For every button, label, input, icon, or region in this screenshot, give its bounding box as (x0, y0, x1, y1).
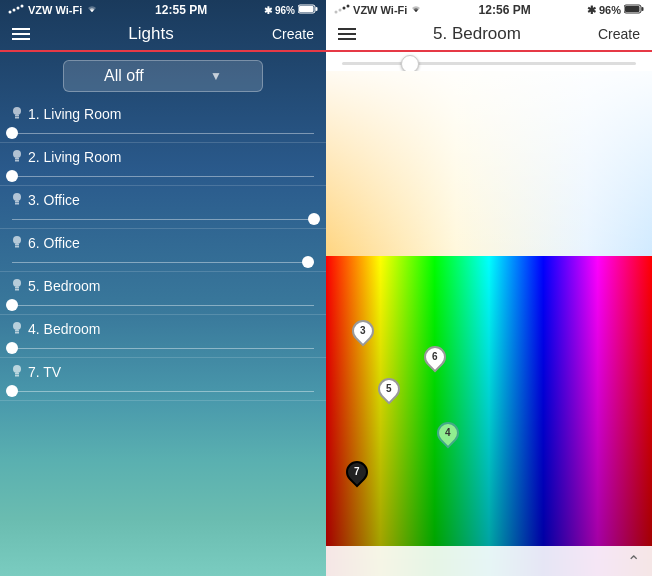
light-name-5: 5. Bedroom (28, 278, 100, 294)
color-pin-7[interactable]: 7 (346, 461, 368, 489)
svg-rect-26 (15, 373, 19, 375)
slider-2[interactable] (12, 169, 314, 183)
svg-rect-12 (15, 160, 19, 162)
left-create-button[interactable]: Create (272, 26, 314, 42)
all-off-button[interactable]: All off ▼ (63, 60, 263, 92)
svg-rect-20 (15, 287, 19, 289)
svg-point-1 (13, 9, 16, 12)
light-name-3: 3. Office (28, 192, 80, 208)
left-carrier-text: VZW Wi-Fi (28, 4, 82, 16)
bulb-icon-2 (12, 149, 22, 165)
svg-rect-33 (642, 7, 644, 11)
bottom-bar: ⌃ (326, 546, 652, 576)
svg-rect-17 (15, 244, 19, 246)
bulb-icon-7 (12, 364, 22, 380)
battery-icon (298, 4, 318, 16)
bottom-chevron-icon[interactable]: ⌃ (627, 552, 640, 571)
left-carrier: VZW Wi-Fi (8, 4, 98, 16)
right-wifi-icon (410, 4, 422, 16)
svg-point-31 (347, 5, 350, 8)
svg-point-3 (21, 5, 24, 8)
bluetooth-icon: ✱ (264, 5, 272, 16)
svg-point-29 (339, 9, 342, 12)
slider-thumb-6[interactable] (302, 256, 314, 268)
light-label-6: 6. Office (12, 235, 314, 251)
slider-5[interactable] (12, 298, 314, 312)
right-bluetooth-icon: ✱ (587, 4, 596, 16)
color-pin-6[interactable]: 6 (424, 346, 446, 374)
color-spectrum-wrapper: 36547 (326, 256, 652, 576)
svg-point-22 (13, 322, 21, 330)
svg-point-13 (13, 193, 21, 201)
brightness-track[interactable] (342, 62, 636, 65)
bulb-icon-1 (12, 106, 22, 122)
light-list: 1. Living Room2. Living Room3. Office6. … (0, 100, 326, 401)
color-spectrum[interactable]: 36547 (326, 256, 652, 576)
svg-rect-27 (15, 375, 19, 377)
light-label-4: 4. Bedroom (12, 321, 314, 337)
svg-rect-24 (15, 332, 19, 334)
color-pin-4[interactable]: 4 (437, 422, 459, 450)
right-carrier-text: VZW Wi-Fi (353, 4, 407, 16)
left-time: 12:55 PM (155, 3, 207, 17)
slider-thumb-5[interactable] (6, 299, 18, 311)
svg-point-7 (13, 107, 21, 115)
light-name-7: 7. TV (28, 364, 61, 380)
right-nav-title: 5. Bedroom (433, 24, 521, 44)
all-off-container: All off ▼ (0, 52, 326, 100)
left-battery-area: ✱ 96% (264, 4, 318, 16)
slider-3[interactable] (12, 212, 314, 226)
color-pin-3[interactable]: 3 (352, 320, 374, 348)
light-label-1: 1. Living Room (12, 106, 314, 122)
svg-rect-11 (15, 158, 19, 160)
hamburger-menu[interactable] (12, 28, 30, 40)
left-status-bar: VZW Wi-Fi 12:55 PM ✱ 96% (0, 0, 326, 20)
right-status-bar: VZW Wi-Fi 12:56 PM ✱ 96% (326, 0, 652, 20)
right-battery-pct: 96% (599, 4, 621, 16)
svg-point-0 (9, 11, 12, 14)
light-item-6: 6. Office (0, 229, 326, 272)
right-battery-icon (624, 4, 644, 16)
light-label-3: 3. Office (12, 192, 314, 208)
slider-thumb-7[interactable] (6, 385, 18, 397)
color-picker-top[interactable] (326, 71, 652, 256)
svg-point-19 (13, 279, 21, 287)
color-pin-5[interactable]: 5 (378, 378, 400, 406)
right-hamburger[interactable] (338, 28, 356, 40)
left-nav-bar: Lights Create (0, 20, 326, 50)
brightness-thumb[interactable] (401, 55, 419, 73)
light-name-6: 6. Office (28, 235, 80, 251)
all-off-chevron-icon: ▼ (210, 69, 222, 83)
slider-thumb-3[interactable] (308, 213, 320, 225)
light-name-2: 2. Living Room (28, 149, 121, 165)
right-nav-bar: 5. Bedroom Create (326, 20, 652, 50)
light-label-7: 7. TV (12, 364, 314, 380)
light-item-7: 7. TV (0, 358, 326, 401)
right-signal (334, 4, 353, 16)
svg-rect-21 (15, 289, 19, 291)
svg-rect-34 (625, 6, 640, 12)
right-battery-area: ✱ 96% (587, 4, 644, 17)
slider-4[interactable] (12, 341, 314, 355)
light-item-4: 4. Bedroom (0, 315, 326, 358)
slider-thumb-4[interactable] (6, 342, 18, 354)
slider-thumb-2[interactable] (6, 170, 18, 182)
svg-point-28 (335, 11, 338, 14)
slider-6[interactable] (12, 255, 314, 269)
light-item-3: 3. Office (0, 186, 326, 229)
slider-1[interactable] (12, 126, 314, 140)
bulb-icon-5 (12, 278, 22, 294)
light-name-4: 4. Bedroom (28, 321, 100, 337)
light-label-5: 5. Bedroom (12, 278, 314, 294)
slider-thumb-1[interactable] (6, 127, 18, 139)
svg-rect-8 (15, 115, 19, 117)
svg-point-30 (343, 7, 346, 10)
svg-rect-14 (15, 201, 19, 203)
svg-rect-5 (315, 7, 317, 11)
left-panel: VZW Wi-Fi 12:55 PM ✱ 96% (0, 0, 326, 576)
slider-7[interactable] (12, 384, 314, 398)
bulb-icon-3 (12, 192, 22, 208)
svg-rect-6 (299, 6, 314, 12)
light-item-5: 5. Bedroom (0, 272, 326, 315)
right-create-button[interactable]: Create (598, 26, 640, 42)
